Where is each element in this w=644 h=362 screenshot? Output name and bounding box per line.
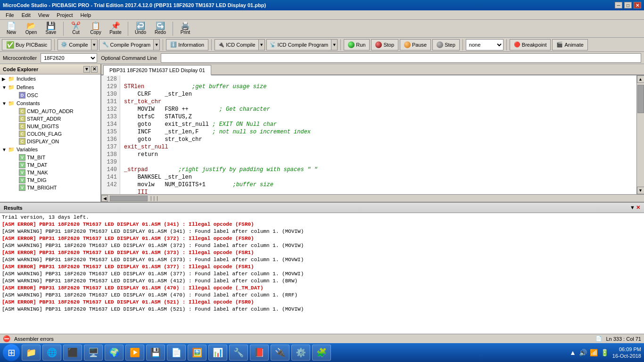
icd-compile-program-button[interactable]: 📡 ICD Compile Program	[266, 39, 331, 50]
tree-tm-nak[interactable]: V TM_NAK	[0, 169, 100, 176]
information-button[interactable]: ℹ️ Information	[166, 39, 208, 50]
start-button[interactable]: ⊞	[3, 344, 20, 361]
pic-icon: 🔧	[233, 347, 244, 358]
scroll-up-arrow[interactable]: ▲	[637, 75, 644, 83]
tray-arrow[interactable]: ▲	[570, 349, 576, 356]
vertical-scrollbar[interactable]: ▲ ▼	[636, 75, 644, 194]
results-close[interactable]: ✕	[636, 205, 640, 211]
menu-help[interactable]: Help	[77, 11, 95, 19]
excel-icon: 📊	[213, 347, 223, 358]
tree-tm-bright[interactable]: V TM_BRIGHT	[0, 184, 100, 191]
buy-picbasic-button[interactable]: ✅ Buy PICBasic	[2, 39, 51, 50]
undo-button[interactable]: ↩️ Undo	[131, 21, 150, 36]
taskbar-pickit[interactable]: 🔌	[271, 345, 289, 361]
menu-project[interactable]: Project	[53, 11, 76, 19]
tree-display-on[interactable]: C DISPLAY_ON	[0, 138, 100, 145]
cut-button[interactable]: ✂️ Cut	[66, 21, 85, 36]
tray-speaker[interactable]: 🔊	[579, 349, 587, 356]
variables-folder-icon: 📁	[8, 146, 15, 153]
tm-bright-icon: V	[19, 184, 25, 191]
taskbar-pc[interactable]: 🖥️	[84, 345, 103, 361]
code-explorer-title: Code Explorer	[3, 66, 38, 72]
paste-button[interactable]: 📌 Paste	[106, 21, 125, 36]
tree-cmd-auto-addr[interactable]: C CMD_AUTO_ADDR	[0, 107, 100, 115]
cmd-line-input[interactable]	[161, 53, 641, 63]
taskbar-puzzle[interactable]: 🧩	[312, 345, 331, 361]
horizontal-scrollbar[interactable]: ◀ |||	[101, 194, 644, 202]
compile-program-button[interactable]: 🔧 Compile Program	[99, 39, 154, 50]
taskbar-ie[interactable]: 🌍	[105, 345, 124, 361]
tree-defines[interactable]: ▼ 📁 Defines	[0, 83, 100, 91]
results-content[interactable]: Trial version, 13 days left. [ASM ERROR]…	[0, 213, 644, 334]
tray-battery[interactable]: 🔋	[601, 349, 609, 356]
icd-compile-program-dropdown-arrow[interactable]: ▼	[331, 39, 338, 50]
pause-button[interactable]: Pause	[400, 39, 431, 50]
stop-button[interactable]: Stop	[371, 39, 398, 50]
taskbar-pic[interactable]: 🔧	[229, 345, 248, 361]
scroll-thumb[interactable]	[637, 85, 644, 113]
tray-network[interactable]: 📶	[590, 349, 598, 356]
tree-start-addr[interactable]: C START_ADDR	[0, 115, 100, 123]
h-scroll-thumb[interactable]	[110, 196, 148, 201]
step-button[interactable]: Step	[432, 39, 460, 50]
tree-tm-bit[interactable]: V TM_BIT	[0, 154, 100, 161]
run-button[interactable]: Run	[344, 39, 370, 50]
code-content: 128 129 130 131 132 133 134 135 136 137 …	[101, 75, 636, 194]
tree-tm-dig[interactable]: V TM_DIG	[0, 176, 100, 184]
minimize-button[interactable]: ─	[615, 2, 622, 8]
compile-button[interactable]: ⚙️ Compile	[58, 39, 91, 50]
taskbar-drive[interactable]: 💾	[146, 345, 165, 361]
clock[interactable]: 06:09 PM 16-Oct-2018	[612, 346, 641, 360]
menu-view[interactable]: View	[34, 11, 53, 19]
print-button[interactable]: 🖨️ Print	[176, 21, 195, 36]
taskbar-cmd[interactable]: ⬛	[63, 345, 82, 361]
new-button[interactable]: 📄 New	[2, 21, 21, 36]
taskbar-pdf[interactable]: 📕	[250, 345, 269, 361]
tab-main[interactable]: PBP31 18F2620 TM1637 LED Display 01	[103, 65, 211, 75]
constants-folder-icon: 📁	[8, 99, 15, 107]
code-explorer-close[interactable]: ✕	[91, 66, 98, 73]
taskbar-excel[interactable]: 📊	[208, 345, 227, 361]
status-bar: ⛔ Assembler errors 📄 Ln 333 : Col 71	[0, 334, 644, 343]
clock-time: 06:09 PM	[612, 346, 641, 353]
none-select[interactable]: none	[466, 39, 504, 50]
tree-variables[interactable]: ▼ 📁 Variables	[0, 145, 100, 154]
code-explorer-dropdown[interactable]: ▼	[83, 66, 90, 73]
code-text[interactable]: STRlen ;get buffer usage size CLRF _str_…	[120, 75, 636, 194]
mc-select[interactable]: 18F2620	[41, 53, 97, 63]
compile-program-dropdown-arrow[interactable]: ▼	[153, 39, 160, 50]
defines-folder-icon: 📁	[8, 83, 15, 91]
icd-compile-button[interactable]: 🔌 ICD Compile	[215, 39, 258, 50]
tree-constants[interactable]: ▼ 📁 Constants	[0, 99, 100, 107]
tree-colon-flag[interactable]: C COLON_FLAG	[0, 130, 100, 138]
save-button[interactable]: 💾 Save	[41, 21, 60, 36]
scroll-down-arrow[interactable]: ▼	[637, 187, 644, 194]
animate-button[interactable]: 🎬 Animate	[552, 39, 587, 50]
icd-compile-dropdown-arrow[interactable]: ▼	[258, 39, 265, 50]
taskbar-explorer[interactable]: 📁	[22, 345, 41, 361]
code-explorer-header: Code Explorer ▼ ✕	[0, 64, 100, 74]
menu-edit[interactable]: Edit	[18, 11, 34, 19]
tree-num-digits[interactable]: C NUM_DIGITS	[0, 123, 100, 130]
tree-includes[interactable]: ▶ 📁 Includes	[0, 74, 100, 83]
tree-area[interactable]: ▶ 📁 Includes ▼ 📁 Defines D OSC	[0, 74, 100, 202]
breakpoint-button[interactable]: 🔴 Breakpoint	[510, 39, 551, 50]
tree-osc[interactable]: D OSC	[0, 91, 100, 99]
taskbar-chrome[interactable]: 🌐	[42, 345, 61, 361]
menu-file[interactable]: File	[2, 11, 18, 19]
taskbar-tools[interactable]: ⚙️	[291, 345, 310, 361]
tree-tm-dat[interactable]: V TM_DAT	[0, 161, 100, 169]
open-button[interactable]: 📂 Open	[22, 21, 41, 36]
taskbar-media[interactable]: ▶️	[125, 345, 144, 361]
explorer-icon: 📁	[26, 347, 36, 358]
close-button[interactable]: ✕	[634, 2, 641, 8]
redo-button[interactable]: ↪️ Redo	[151, 21, 170, 36]
variables-label: Variables	[17, 147, 38, 152]
taskbar-docs[interactable]: 📄	[167, 345, 186, 361]
compile-dropdown-arrow[interactable]: ▼	[91, 39, 98, 50]
maximize-button[interactable]: □	[624, 2, 632, 8]
results-dropdown[interactable]: ▼	[630, 205, 635, 211]
taskbar-photos[interactable]: 🖼️	[188, 345, 206, 361]
scroll-left-arrow[interactable]: ◀	[101, 195, 108, 202]
copy-button[interactable]: 📋 Copy	[86, 21, 105, 36]
